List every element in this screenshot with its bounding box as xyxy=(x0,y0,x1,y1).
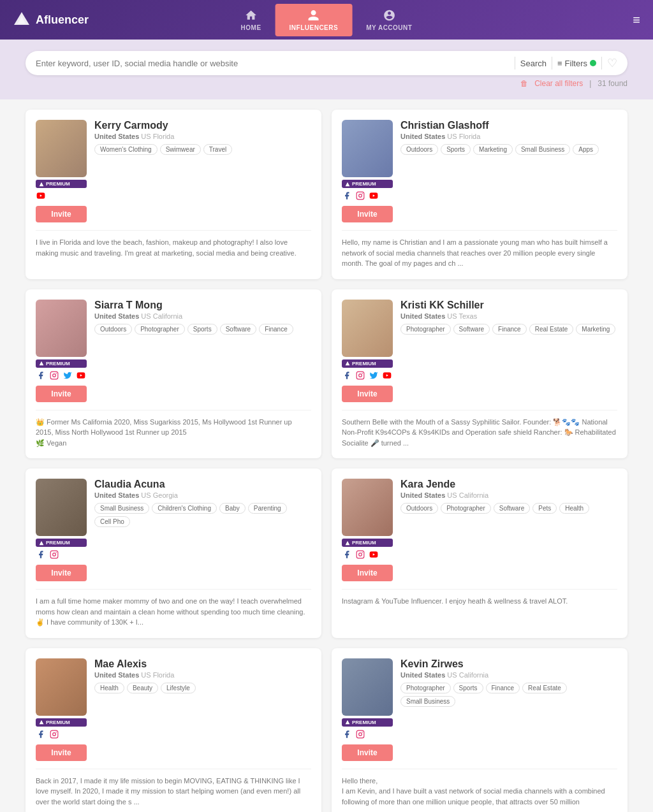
facebook-icon[interactable] xyxy=(342,549,352,560)
instagram-icon[interactable] xyxy=(355,370,365,381)
facebook-icon[interactable] xyxy=(342,729,352,739)
svg-point-18 xyxy=(362,552,363,553)
influencer-name: Christian Glashoff xyxy=(400,120,617,131)
us-label: US xyxy=(141,133,152,140)
svg-point-6 xyxy=(53,373,56,377)
influencer-location: United States US Florida xyxy=(94,671,311,679)
tag: Women's Clothing xyxy=(94,144,158,155)
tag: Real Estate xyxy=(522,683,567,693)
results-count: | xyxy=(589,79,591,88)
influencer-location: United States US California xyxy=(94,312,311,320)
card-bio: I am a full time home maker mommy of two… xyxy=(36,589,311,628)
clear-filters-link[interactable]: Clear all filters xyxy=(534,79,583,88)
svg-point-10 xyxy=(359,373,362,377)
tags-row: Small BusinessChildren's ClothingBabyPar… xyxy=(94,503,311,527)
youtube-icon[interactable] xyxy=(76,370,86,381)
state: California xyxy=(459,671,488,679)
tag: Software xyxy=(220,324,256,335)
twitter-icon[interactable] xyxy=(369,370,379,381)
nav-influencers[interactable]: INFLUENCERS xyxy=(275,4,353,36)
search-input[interactable] xyxy=(36,59,510,68)
facebook-icon[interactable] xyxy=(342,370,352,381)
tag: Beauty xyxy=(127,683,158,693)
us-label: US xyxy=(447,491,459,499)
influencer-location: United States US Georgia xyxy=(94,491,311,499)
tag: Baby xyxy=(219,503,246,514)
social-icons xyxy=(342,191,393,201)
instagram-icon[interactable] xyxy=(355,549,365,560)
avatar xyxy=(36,300,87,357)
instagram-icon[interactable] xyxy=(355,191,365,201)
facebook-icon[interactable] xyxy=(36,549,46,560)
invite-button[interactable]: Invite xyxy=(36,565,87,581)
premium-label: PREMIUM xyxy=(46,720,70,725)
influencer-card: PREMIUM Invite Mae Alexis United States … xyxy=(26,648,321,813)
search-section: Search ≡ Filters ♡ 🗑 Clear all filters |… xyxy=(0,40,653,99)
facebook-icon[interactable] xyxy=(342,191,352,201)
social-icons xyxy=(36,370,87,381)
premium-label: PREMIUM xyxy=(46,361,70,366)
tag: Swimwear xyxy=(160,144,201,155)
avatar xyxy=(342,479,393,536)
nav-my-account[interactable]: MY ACCOUNT xyxy=(352,4,426,36)
youtube-icon[interactable] xyxy=(369,191,379,201)
svg-point-25 xyxy=(362,732,363,732)
facebook-icon[interactable] xyxy=(36,370,46,381)
search-button[interactable]: Search xyxy=(520,59,547,68)
invite-button[interactable]: Invite xyxy=(342,565,393,581)
influencer-card: PREMIUM Invite Kristi KK Schiller United… xyxy=(332,289,627,459)
card-info: Christian Glashoff United States US Flor… xyxy=(400,120,617,159)
youtube-icon[interactable] xyxy=(369,549,379,560)
tag: Children's Clothing xyxy=(152,503,217,514)
invite-button[interactable]: Invite xyxy=(36,386,87,402)
youtube-icon[interactable] xyxy=(36,191,46,201)
influencer-name: Mae Alexis xyxy=(94,658,311,670)
card-bio: Instagram & YouTube Influencer. I enjoy … xyxy=(342,589,617,607)
favorites-button[interactable]: ♡ xyxy=(607,56,617,70)
filters-active-dot xyxy=(590,60,596,66)
svg-rect-9 xyxy=(356,372,364,379)
facebook-icon[interactable] xyxy=(36,729,46,739)
state: Florida xyxy=(153,671,175,679)
avatar-section: PREMIUM Invite xyxy=(342,300,393,402)
state: Florida xyxy=(153,133,175,140)
instagram-icon[interactable] xyxy=(49,729,59,739)
twitter-icon[interactable] xyxy=(62,370,73,381)
invite-button[interactable]: Invite xyxy=(36,744,87,761)
instagram-icon[interactable] xyxy=(355,729,365,739)
instagram-icon[interactable] xyxy=(49,370,59,381)
tags-row: PhotographerSportsFinanceReal EstateSmal… xyxy=(400,683,617,707)
state: Georgia xyxy=(153,491,178,499)
avatar xyxy=(342,300,393,357)
svg-point-24 xyxy=(359,732,362,736)
nav-home[interactable]: HOME xyxy=(227,4,275,36)
card-info: Mae Alexis United States US Florida Heal… xyxy=(94,658,311,697)
tag: Cell Pho xyxy=(94,516,130,527)
invite-button[interactable]: Invite xyxy=(36,206,87,222)
tag: Photographer xyxy=(400,324,451,335)
influencer-location: United States US California xyxy=(400,671,617,679)
results-count-text: 31 found xyxy=(598,79,627,88)
avatar-section: PREMIUM Invite xyxy=(36,300,87,402)
filters-button[interactable]: ≡ Filters xyxy=(557,59,596,68)
youtube-icon[interactable] xyxy=(382,370,392,381)
premium-label: PREMIUM xyxy=(352,720,376,725)
state: California xyxy=(153,312,182,320)
invite-button[interactable]: Invite xyxy=(342,206,393,222)
country: United States xyxy=(94,133,139,140)
svg-point-11 xyxy=(362,373,363,373)
premium-badge: PREMIUM xyxy=(36,539,87,547)
country: United States xyxy=(400,491,445,499)
premium-badge: PREMIUM xyxy=(36,359,87,368)
us-label: US xyxy=(447,312,459,320)
influencer-card: PREMIUM Invite Siarra T Mong United Stat… xyxy=(26,289,321,459)
instagram-icon[interactable] xyxy=(49,549,59,560)
country: United States xyxy=(400,671,445,679)
tag: Health xyxy=(94,683,124,693)
card-bio: Southern Belle with the Mouth of a Sassy… xyxy=(342,410,617,449)
invite-button[interactable]: Invite xyxy=(342,744,393,761)
logo[interactable]: Afluencer xyxy=(13,11,89,29)
invite-button[interactable]: Invite xyxy=(342,386,393,402)
search-bar: Search ≡ Filters ♡ xyxy=(26,51,627,75)
hamburger-icon[interactable]: ≡ xyxy=(633,13,640,27)
